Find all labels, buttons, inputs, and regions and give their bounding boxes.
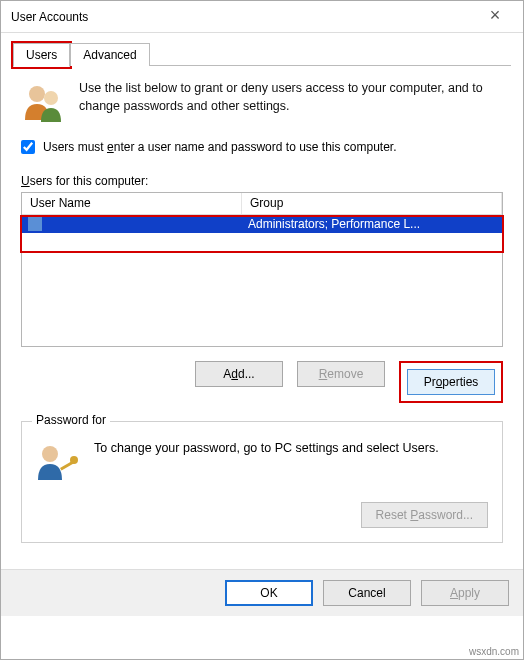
close-icon[interactable]: × bbox=[475, 3, 515, 31]
tab-users[interactable]: Users bbox=[13, 43, 70, 67]
cell-username bbox=[22, 217, 242, 231]
require-password-row: Users must enter a user name and passwor… bbox=[21, 140, 503, 154]
highlight-box-properties: Properties bbox=[399, 361, 503, 403]
add-button[interactable]: Add... bbox=[195, 361, 283, 387]
cell-group: Administrators; Performance L... bbox=[242, 217, 502, 231]
user-accounts-window: User Accounts × Users Advanced Use the l… bbox=[0, 0, 524, 660]
reset-row: Reset Password... bbox=[36, 502, 488, 528]
window-title: User Accounts bbox=[11, 10, 88, 24]
intro-block: Use the list below to grant or deny user… bbox=[21, 80, 503, 124]
user-thumb-icon bbox=[28, 217, 42, 231]
remove-button: Remove bbox=[297, 361, 385, 387]
properties-button[interactable]: Properties bbox=[407, 369, 495, 395]
password-text: To change your password, go to PC settin… bbox=[94, 440, 439, 458]
col-username[interactable]: User Name bbox=[22, 193, 242, 214]
tabstrip: Users Advanced bbox=[1, 33, 523, 66]
intro-text: Use the list below to grant or deny user… bbox=[79, 80, 503, 115]
reset-password-button: Reset Password... bbox=[361, 502, 488, 528]
require-password-checkbox[interactable] bbox=[21, 140, 35, 154]
svg-point-2 bbox=[42, 446, 58, 462]
password-groupbox: Password for To change your password, go… bbox=[21, 421, 503, 543]
svg-point-4 bbox=[70, 456, 78, 464]
col-group[interactable]: Group bbox=[242, 193, 502, 214]
ok-button[interactable]: OK bbox=[225, 580, 313, 606]
list-header: User Name Group bbox=[22, 193, 502, 215]
users-icon bbox=[21, 80, 65, 124]
tab-content: Use the list below to grant or deny user… bbox=[1, 66, 523, 569]
table-row[interactable]: Administrators; Performance L... bbox=[22, 215, 502, 233]
user-buttons-row: Add... Remove Properties bbox=[21, 361, 503, 403]
tab-advanced[interactable]: Advanced bbox=[70, 43, 149, 66]
svg-point-0 bbox=[29, 86, 45, 102]
password-row: To change your password, go to PC settin… bbox=[36, 440, 488, 484]
require-password-label: Users must enter a user name and passwor… bbox=[43, 140, 397, 154]
users-list-label: Users for this computer: bbox=[21, 174, 503, 188]
titlebar: User Accounts × bbox=[1, 1, 523, 33]
dialog-button-bar: OK Cancel Apply bbox=[1, 569, 523, 616]
svg-point-1 bbox=[44, 91, 58, 105]
cancel-button[interactable]: Cancel bbox=[323, 580, 411, 606]
apply-button: Apply bbox=[421, 580, 509, 606]
password-legend: Password for bbox=[32, 413, 110, 427]
watermark: wsxdn.com bbox=[469, 646, 519, 657]
users-list[interactable]: User Name Group Administrators; Performa… bbox=[21, 192, 503, 347]
key-icon bbox=[36, 440, 80, 484]
